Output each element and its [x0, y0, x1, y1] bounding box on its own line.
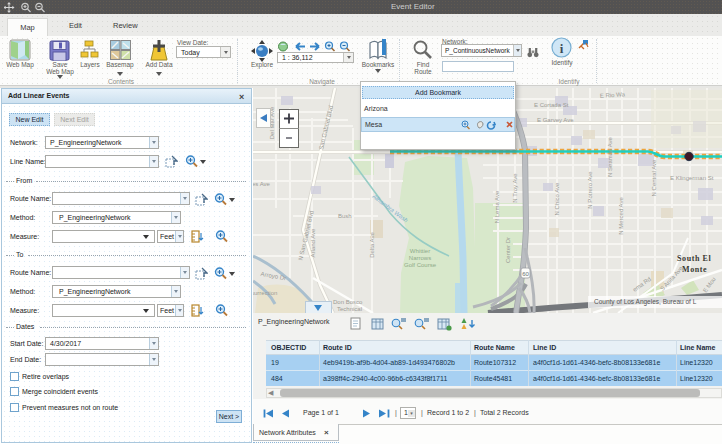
svg-text:surrection: surrection [253, 290, 277, 296]
svg-text:N Merced Ave: N Merced Ave [618, 197, 624, 235]
svg-text:Golf Course: Golf Course [404, 262, 437, 268]
svg-text:Arland Ave: Arland Ave [310, 228, 316, 258]
svg-text:N Troy Ave: N Troy Ave [512, 173, 518, 203]
svg-text:County of Los Angeles, Bureau: County of Los Angeles, Bureau of L [594, 298, 697, 306]
svg-text:N Chico Ave: N Chico Ave [554, 182, 560, 216]
svg-text:N Seaman Ave: N Seaman Ave [607, 136, 613, 177]
svg-text:60: 60 [522, 271, 529, 277]
svg-text:Whittier: Whittier [410, 248, 430, 254]
svg-text:E Cortada St: E Cortada St [534, 102, 569, 108]
svg-text:i: i [560, 41, 564, 56]
svg-text:E Klingerman St: E Klingerman St [670, 175, 714, 181]
svg-text:N Central Ave: N Central Ave [651, 159, 657, 197]
svg-text:Center Dr: Center Dr [505, 237, 511, 263]
svg-text:Bush: Bush [338, 213, 352, 219]
svg-text:N Potrero Ave: N Potrero Ave [587, 171, 593, 209]
svg-text:E Garvey Ave: E Garvey Ave [537, 117, 574, 123]
svg-text:Don Bosco: Don Bosco [333, 299, 363, 305]
svg-text:Delta Ave: Delta Ave [369, 232, 375, 258]
svg-text:Monte: Monte [682, 265, 707, 274]
svg-text:ves Ave: ves Ave [253, 181, 271, 187]
svg-text:Narrows: Narrows [409, 255, 431, 261]
svg-text:Technical: Technical [337, 306, 362, 312]
svg-text:N Lema Ave: N Lema Ave [494, 190, 500, 223]
svg-text:South El: South El [677, 254, 712, 263]
